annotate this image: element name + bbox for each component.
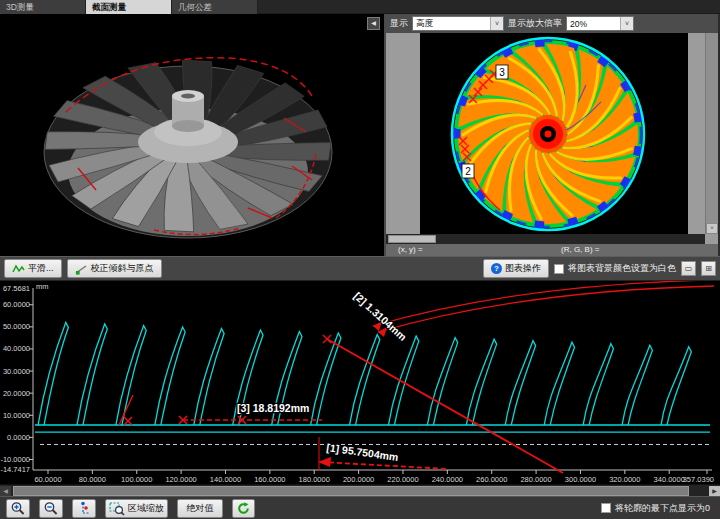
svg-text:30.0000: 30.0000 xyxy=(3,367,30,376)
absolute-value-label: 绝对值 xyxy=(187,502,214,515)
magnification-label: 显示放大倍率 xyxy=(508,17,562,30)
scroll-right-button[interactable]: ▶ xyxy=(709,486,720,496)
region-zoom-icon xyxy=(109,501,125,516)
svg-text:[3] 18.8192mm: [3] 18.8192mm xyxy=(237,402,309,414)
expand-chart-button[interactable]: ⊞ xyxy=(701,261,716,276)
svg-text:0.0000: 0.0000 xyxy=(7,433,30,442)
xy-readout: (x, y) = xyxy=(386,244,561,256)
svg-text:340.0000: 340.0000 xyxy=(654,475,685,484)
region-zoom-button[interactable]: 区域缩放 xyxy=(105,499,168,518)
minimize-chart-button[interactable]: ▭ xyxy=(681,261,696,276)
absolute-value-button[interactable]: 绝对值 xyxy=(177,499,223,518)
move-origin-button[interactable] xyxy=(72,499,96,518)
lowest-point-zero-checkbox[interactable]: 将轮廓的最下点显示为0 xyxy=(601,502,710,515)
svg-text:67.5681: 67.5681 xyxy=(3,284,30,293)
magnification-select[interactable]: 20% ˅ xyxy=(566,16,634,31)
checkbox-box[interactable] xyxy=(554,264,564,274)
svg-text:20.0000: 20.0000 xyxy=(3,389,30,398)
svg-text:60.0000: 60.0000 xyxy=(34,475,61,484)
tab-3d-measure[interactable]: 3D测量 xyxy=(0,0,86,14)
svg-text:mm: mm xyxy=(36,282,49,291)
tilt-correction-icon xyxy=(75,263,88,275)
svg-text:200.0000: 200.0000 xyxy=(343,475,374,484)
profile-chart[interactable]: mm67.5681-14.741760.000050.000040.000030… xyxy=(0,281,720,484)
refresh-icon xyxy=(236,501,251,516)
svg-text:100.0000: 100.0000 xyxy=(121,475,152,484)
display-label: 显示 xyxy=(390,17,408,30)
chevron-down-icon[interactable]: ˅ xyxy=(620,17,633,30)
svg-text:240.0000: 240.0000 xyxy=(432,475,463,484)
display-mode-select[interactable]: 高度 ˅ xyxy=(412,16,504,31)
scrollbar-thumb[interactable] xyxy=(388,235,436,243)
svg-text:357.0390: 357.0390 xyxy=(683,475,714,484)
vertical-scrollbar[interactable]: ˅ xyxy=(705,33,718,234)
display-mode-value: 高度 xyxy=(416,18,433,30)
chevron-down-icon[interactable]: ˅ xyxy=(490,17,503,30)
smooth-button[interactable]: 平滑... xyxy=(4,259,62,278)
tilt-origin-label: 校正倾斜与原点 xyxy=(91,262,154,275)
chart-operations-button[interactable]: ? 图表操作 xyxy=(483,259,549,278)
svg-text:160.0000: 160.0000 xyxy=(254,475,285,484)
svg-text:280.0000: 280.0000 xyxy=(520,475,551,484)
help-icon: ? xyxy=(491,263,502,274)
tab-section-measure[interactable]: 截面测量 xyxy=(86,0,172,14)
tilt-origin-correction-button[interactable]: 校正倾斜与原点 xyxy=(67,259,162,278)
zoom-out-button[interactable] xyxy=(39,499,63,518)
smooth-wave-icon xyxy=(12,263,25,275)
profile-toolbar: 平滑... 校正倾斜与原点 ? 图表操作 将图表背景颜色设置为白色 ▭ ⊞ xyxy=(0,256,720,281)
svg-text:140.0000: 140.0000 xyxy=(210,475,241,484)
heightmap-panel: 显示 高度 ˅ 显示放大倍率 20% ˅ 32 ˅ xyxy=(386,14,718,256)
zoom-in-icon xyxy=(10,501,26,516)
3d-viewport[interactable]: ◀ xyxy=(0,14,386,256)
scroll-down-button[interactable]: ˅ xyxy=(706,223,718,234)
impeller-heightmap-render[interactable]: 32 xyxy=(420,33,688,234)
svg-text:2: 2 xyxy=(465,166,471,177)
bottom-toolbar: 区域缩放 绝对值 将轮廓的最下点显示为0 xyxy=(0,496,720,519)
svg-text:-14.7417: -14.7417 xyxy=(0,465,30,474)
checkbox-box[interactable] xyxy=(601,503,611,513)
tab-bar: 3D测量 截面测量 几何公差 xyxy=(0,0,720,14)
heightmap-view[interactable]: 32 ˅ xyxy=(386,33,718,244)
zoom-in-button[interactable] xyxy=(6,499,30,518)
heightmap-image[interactable]: 32 xyxy=(420,33,688,234)
svg-text:3: 3 xyxy=(499,67,505,78)
svg-text:-10.0000: -10.0000 xyxy=(0,455,30,464)
scroll-left-button[interactable]: ◀ xyxy=(0,486,11,496)
svg-text:320.0000: 320.0000 xyxy=(609,475,640,484)
svg-text:50.0000: 50.0000 xyxy=(3,322,30,331)
tab-geometric-tolerance[interactable]: 几何公差 xyxy=(172,0,258,14)
impeller-3d-render[interactable] xyxy=(0,14,384,256)
heightmap-toolbar: 显示 高度 ˅ 显示放大倍率 20% ˅ xyxy=(386,14,718,33)
chart-white-background-checkbox[interactable]: 将图表背景颜色设置为白色 xyxy=(554,262,676,275)
svg-text:120.0000: 120.0000 xyxy=(165,475,196,484)
chart-operations-label: 图表操作 xyxy=(505,262,541,275)
magnification-value: 20% xyxy=(570,19,587,29)
horizontal-scrollbar[interactable] xyxy=(386,234,705,244)
svg-text:220.0000: 220.0000 xyxy=(387,475,418,484)
svg-text:260.0000: 260.0000 xyxy=(476,475,507,484)
chart-scrollbar-thumb[interactable] xyxy=(13,486,689,496)
rgb-readout: (R, G, B) = xyxy=(561,244,599,256)
chart-scrollbar[interactable]: ◀ ▶ xyxy=(0,484,720,496)
svg-text:180.0000: 180.0000 xyxy=(299,475,330,484)
app-window: 3D测量 截面测量 几何公差 ◀ 显示 高度 ˅ 显示放大倍率 20% ˅ xyxy=(0,0,720,519)
svg-text:60.0000: 60.0000 xyxy=(3,300,30,309)
axis-points-icon xyxy=(76,501,92,516)
main-row: ◀ 显示 高度 ˅ 显示放大倍率 20% ˅ 32 ˅ xyxy=(0,14,720,256)
zoom-out-icon xyxy=(43,501,59,516)
region-zoom-label: 区域缩放 xyxy=(128,502,164,515)
svg-text:10.0000: 10.0000 xyxy=(3,411,30,420)
collapse-left-panel-button[interactable]: ◀ xyxy=(367,17,380,30)
profile-chart-area[interactable]: mm67.5681-14.741760.000050.000040.000030… xyxy=(0,281,720,484)
lowest-point-zero-label: 将轮廓的最下点显示为0 xyxy=(615,502,710,515)
coordinate-status-bar: (x, y) = (R, G, B) = xyxy=(386,244,718,256)
smooth-button-label: 平滑... xyxy=(28,262,54,275)
svg-text:300.0000: 300.0000 xyxy=(565,475,596,484)
svg-text:80.0000: 80.0000 xyxy=(79,475,106,484)
svg-text:40.0000: 40.0000 xyxy=(3,344,30,353)
refresh-button[interactable] xyxy=(232,499,255,518)
chart-white-background-label: 将图表背景颜色设置为白色 xyxy=(568,262,676,275)
